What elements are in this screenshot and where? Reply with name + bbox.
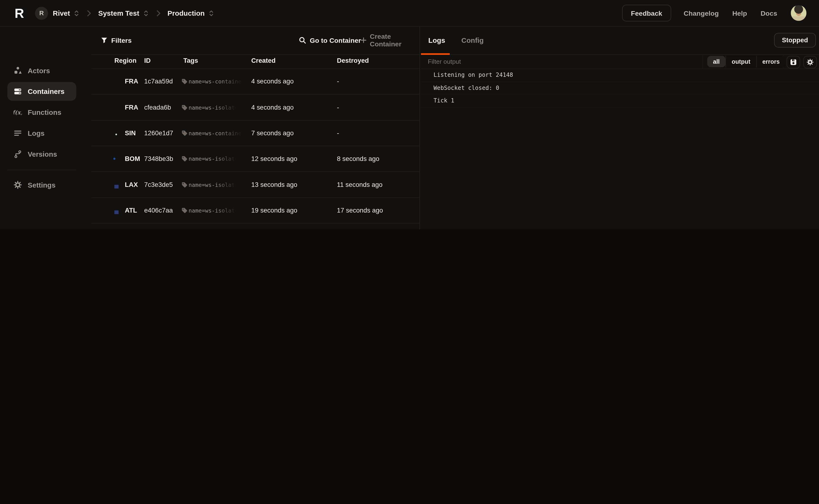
row-id: 1260e1d7 — [144, 129, 173, 137]
breadcrumb: RRivetSystem TestProduction — [24, 6, 214, 19]
svg-text:f(x): f(x) — [14, 109, 22, 116]
row-tag: name=ws-isolate — [189, 207, 238, 213]
row-region: FRA — [125, 78, 138, 85]
filters-label: Filters — [111, 36, 132, 44]
logs-icon — [14, 129, 22, 137]
row-tag: name=ws-isolate — [189, 156, 238, 162]
filter-funnel-icon — [101, 37, 108, 44]
row-created: 12 seconds ago — [251, 155, 297, 163]
filter-output-input[interactable] — [421, 55, 702, 68]
sidebar-item-label: Settings — [28, 181, 55, 189]
row-id: 7c3e3de5 — [144, 181, 173, 188]
column-header-created: Created — [251, 57, 275, 64]
table-row[interactable]: BOM7348be3bname=ws-isolate12 seconds ago… — [91, 146, 419, 171]
breadcrumb-item-system-test[interactable]: System Test — [93, 9, 149, 17]
filters-button[interactable]: Filters — [97, 36, 132, 44]
table-row[interactable]: SIN1260e1d7name=ws-container7 seconds ag… — [91, 120, 419, 145]
breadcrumb-item-rivet[interactable]: Rivet — [48, 9, 79, 17]
row-destroyed: 17 seconds ago — [337, 207, 383, 214]
row-created: 7 seconds ago — [251, 129, 294, 137]
sidebar-item-label: Versions — [28, 150, 57, 158]
rivet-logo[interactable]: R — [15, 5, 24, 21]
log-level-segmented-control: alloutputerrors — [707, 56, 785, 67]
row-destroyed: - — [337, 78, 339, 85]
plus-icon — [361, 37, 367, 43]
row-created: 4 seconds ago — [251, 104, 294, 111]
save-logs-button[interactable] — [787, 56, 800, 68]
table-row[interactable]: ATLe406c7aaname=ws-isolate19 seconds ago… — [91, 197, 419, 223]
log-settings-button[interactable] — [803, 56, 817, 68]
pane-divider — [419, 26, 420, 229]
sidebar-item-versions[interactable]: Versions — [7, 145, 76, 163]
containers-table-pane: Filters Go to Container Create Container — [91, 26, 419, 229]
row-id: 1c7aa59d — [144, 78, 173, 85]
rivet-dashboard: R RRivetSystem TestProduction FeedbackCh… — [0, 0, 819, 229]
tag-icon — [181, 104, 187, 110]
sidebar-item-functions[interactable]: f(x)Functions — [7, 103, 76, 122]
row-created: 19 seconds ago — [251, 207, 297, 214]
row-tag: name=ws-isolate — [189, 181, 238, 188]
search-icon — [299, 37, 306, 44]
top-bar: R RRivetSystem TestProduction FeedbackCh… — [0, 0, 819, 27]
row-created: 13 seconds ago — [251, 181, 297, 188]
containers-icon — [14, 87, 22, 96]
nav-link-docs[interactable]: Docs — [761, 9, 777, 17]
log-filter-row: alloutputerrors — [421, 55, 819, 69]
row-tag: name=ws-container — [189, 78, 245, 85]
sidebar-item-actors[interactable]: Actors — [7, 61, 76, 80]
sidebar-divider — [7, 170, 76, 170]
sidebar-item-label: Actors — [28, 67, 50, 74]
column-header-destroyed: Destroyed — [337, 57, 369, 64]
table-body: FRA1c7aa59dname=ws-container4 seconds ag… — [91, 68, 419, 229]
sidebar: ActorsContainersf(x)FunctionsLogsVersion… — [0, 26, 83, 229]
tag-icon — [181, 181, 187, 188]
logs-pane: Logs Config Stopped alloutputerrors — [421, 26, 819, 229]
column-header-id: ID — [144, 57, 151, 64]
row-destroyed: 11 seconds ago — [337, 181, 383, 188]
sidebar-item-settings[interactable]: Settings — [7, 175, 76, 194]
feedback-button[interactable]: Feedback — [622, 5, 671, 21]
row-tag: name=ws-container — [189, 130, 245, 136]
breadcrumb-item-production[interactable]: Production — [163, 9, 214, 17]
go-to-container-button[interactable]: Go to Container — [295, 36, 361, 44]
table-row[interactable]: LAX7c3e3de5name=ws-isolate13 seconds ago… — [91, 171, 419, 197]
tag-icon — [181, 130, 187, 136]
table-row[interactable]: FRAcfeada6bname=ws-isolate4 seconds ago- — [91, 94, 419, 120]
unfold-icon — [74, 10, 79, 17]
log-filter-all[interactable]: all — [707, 56, 725, 67]
active-tab-underline — [421, 53, 450, 55]
table-row[interactable]: FRA1c7aa59dname=ws-container4 seconds ag… — [91, 68, 419, 94]
row-region: FRA — [125, 104, 138, 111]
sidebar-item-label: Logs — [28, 129, 44, 137]
tag-icon — [181, 207, 187, 213]
row-region: SIN — [125, 129, 136, 137]
log-filter-errors[interactable]: errors — [756, 56, 785, 67]
tab-logs[interactable]: Logs — [428, 36, 445, 44]
row-id: cfeada6b — [144, 104, 171, 111]
unfold-icon — [208, 10, 214, 17]
tag-icon — [181, 156, 187, 162]
row-id: 7348be3b — [144, 155, 173, 163]
column-header-region: Region — [114, 57, 137, 64]
table-toolbar: Filters Go to Container Create Container — [91, 26, 419, 55]
user-avatar[interactable] — [791, 5, 806, 21]
row-region: BOM — [125, 155, 140, 163]
breadcrumb-label: Production — [167, 9, 205, 17]
sidebar-item-containers[interactable]: Containers — [7, 82, 76, 101]
log-filter-output[interactable]: output — [725, 56, 756, 67]
functions-icon: f(x) — [14, 108, 22, 116]
nav-link-changelog[interactable]: Changelog — [684, 9, 719, 17]
create-container-button[interactable]: Create Container — [357, 32, 419, 48]
sidebar-item-label: Functions — [28, 108, 61, 116]
log-line: Tick 1 — [421, 95, 819, 107]
nav-link-help[interactable]: Help — [732, 9, 747, 17]
row-destroyed: - — [337, 104, 339, 111]
sidebar-item-logs[interactable]: Logs — [7, 124, 76, 143]
tab-config[interactable]: Config — [461, 36, 484, 44]
top-nav: FeedbackChangelogHelpDocs — [622, 5, 807, 21]
row-destroyed: - — [337, 129, 339, 137]
chevron-right-icon — [86, 9, 93, 17]
table-row[interactable]: SYD48570a02name=ws-isolate19 seconds ago… — [91, 223, 419, 229]
row-tag: name=ws-isolate — [189, 104, 238, 110]
row-destroyed: 8 seconds ago — [337, 155, 380, 163]
